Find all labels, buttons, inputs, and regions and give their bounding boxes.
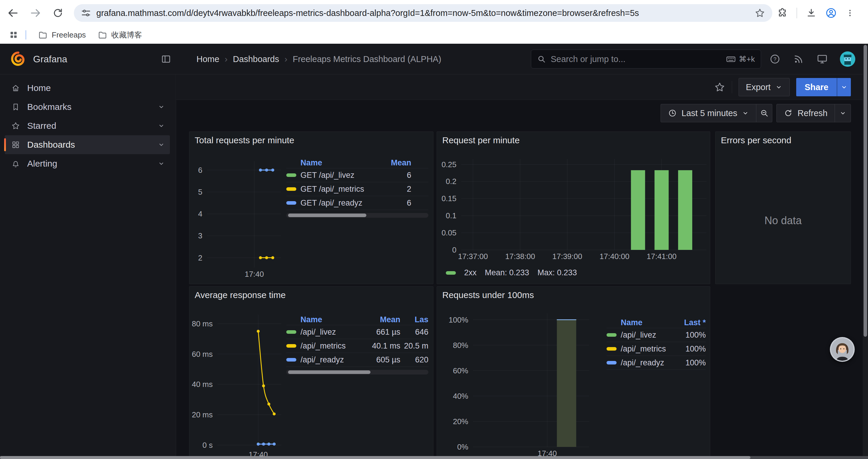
chart-plot-area[interactable]: 100%80%60%40%20%0%17:40 (473, 314, 589, 447)
download-icon[interactable] (806, 8, 816, 18)
refresh-label: Refresh (797, 108, 828, 118)
sidebar-item-bookmarks[interactable]: Bookmarks (5, 97, 170, 117)
series-name[interactable]: GET /api/_metrics (301, 185, 373, 194)
browser-menu-icon[interactable] (845, 8, 855, 18)
panel-title[interactable]: Errors per second (721, 135, 791, 145)
refresh-icon (784, 109, 793, 118)
legend-col-last[interactable]: Las (400, 315, 428, 324)
reload-button[interactable] (52, 6, 64, 20)
site-settings-icon[interactable] (81, 8, 91, 18)
share-button[interactable]: Share (796, 78, 851, 96)
zoom-out-button[interactable] (756, 104, 772, 122)
series-name[interactable]: /api/_livez (301, 328, 365, 337)
panel-title[interactable]: Requests under 100ms (442, 290, 534, 300)
legend-col-last[interactable]: Last * (678, 318, 706, 327)
legend-scrollbar[interactable] (286, 370, 428, 374)
sidebar-item-label: Bookmarks (27, 102, 71, 112)
sidebar-item-alerting[interactable]: Alerting (5, 154, 170, 173)
expand-chevron-icon[interactable] (157, 141, 165, 149)
collapse-sidebar-button[interactable] (159, 53, 173, 66)
legend-col-name[interactable]: Name (621, 318, 678, 327)
legend-col-name[interactable]: Name (301, 158, 373, 167)
favorite-star-icon[interactable] (714, 81, 725, 93)
expand-chevron-icon[interactable] (157, 103, 165, 111)
back-button[interactable] (6, 6, 20, 20)
series-name[interactable]: GET /api/_livez (301, 171, 373, 180)
series-name[interactable]: /api/_readyz (621, 358, 678, 367)
profile-icon[interactable] (826, 7, 837, 19)
bookmark-star-icon[interactable] (754, 8, 765, 18)
panel-title[interactable]: Average response time (195, 290, 286, 300)
forward-button[interactable] (29, 6, 42, 20)
share-label: Share (796, 78, 837, 96)
series-name[interactable]: /api/_metrics (621, 345, 678, 354)
brand[interactable]: Grafana (11, 44, 67, 74)
apps-grid-button[interactable] (7, 28, 20, 41)
vertical-scrollbar[interactable] (863, 44, 868, 456)
legend-scrollbar-thumb[interactable] (288, 370, 370, 374)
sidebar-item-home[interactable]: Home (5, 78, 170, 97)
horizontal-scrollbar[interactable] (0, 456, 868, 459)
series-color-pill[interactable] (607, 333, 617, 337)
share-menu-button[interactable] (837, 78, 851, 96)
series-color-pill[interactable] (607, 347, 617, 351)
legend-scrollbar-thumb[interactable] (288, 214, 366, 217)
panel-average-response-time: Average response time 80 ms60 ms40 ms20 … (189, 286, 433, 459)
vertical-scrollbar-thumb[interactable] (864, 45, 867, 337)
expand-chevron-icon[interactable] (157, 122, 165, 130)
address-bar[interactable]: grafana.mathmast.com/d/deytv4rwavabkb/fr… (74, 4, 772, 22)
series-color-pill[interactable] (286, 344, 296, 348)
horizontal-scrollbar-thumb[interactable] (0, 456, 750, 459)
series-legend-item[interactable]: 2xx (446, 268, 476, 277)
assistant-avatar[interactable] (830, 337, 855, 362)
breadcrumb-dashboards[interactable]: Dashboards (233, 54, 279, 64)
chart-canvas (217, 315, 281, 448)
series-color-pill[interactable] (286, 330, 296, 334)
panel-title[interactable]: Request per minute (442, 135, 520, 145)
legend-col-mean[interactable]: Mean (365, 315, 400, 324)
series-color-pill[interactable] (286, 173, 296, 177)
help-button[interactable]: ? (769, 53, 781, 65)
refresh-interval-button[interactable] (835, 104, 850, 122)
zoom-out-icon (760, 109, 769, 118)
sidebar-item-dashboards[interactable]: Dashboards (5, 135, 170, 154)
bookmark-folder-label: 收藏博客 (112, 30, 142, 40)
export-button[interactable]: Export (739, 78, 790, 96)
assistant-avatar-icon (830, 337, 855, 362)
panel-requests-under-100ms: Requests under 100ms 100%80%60%40%20%0%1… (437, 286, 710, 459)
series-color-pill[interactable] (286, 358, 296, 362)
legend-header: Name Mean Las (286, 315, 428, 325)
time-range-picker[interactable]: Last 5 minutes (660, 104, 773, 122)
search-input[interactable]: Search or jump to... ⌘+k (531, 50, 761, 68)
series-name[interactable]: GET /api/_readyz (301, 198, 373, 208)
chart-plot-area[interactable]: 0.250.20.150.10.05017:37:0017:38:0017:39… (461, 159, 706, 250)
news-button[interactable] (793, 53, 804, 65)
bookmark-folder-label: Freeleaps (52, 30, 86, 40)
search-icon (537, 55, 546, 64)
series-name[interactable]: /api/_livez (621, 330, 678, 340)
legend-col-mean[interactable]: Mean (373, 158, 411, 167)
series-name[interactable]: /api/_metrics (301, 341, 365, 351)
series-color-pill[interactable] (286, 187, 296, 191)
sidebar-item-starred[interactable]: Starred (5, 117, 170, 135)
expand-chevron-icon[interactable] (157, 160, 165, 167)
chart-plot-area[interactable]: 6543217:40 (207, 161, 281, 268)
user-avatar[interactable] (840, 52, 855, 67)
series-color-pill[interactable] (286, 201, 296, 205)
breadcrumb-home[interactable]: Home (196, 54, 219, 64)
series-color-pill[interactable] (607, 361, 617, 364)
panel-title[interactable]: Total requests per minute (195, 135, 294, 145)
bookmark-icon (11, 102, 20, 111)
bookmark-folder-freeleaps[interactable]: Freeleaps (32, 28, 92, 42)
x-axis-tick-label: 17:37:00 (458, 252, 488, 261)
legend-col-name[interactable]: Name (301, 315, 365, 324)
series-name[interactable]: /api/_readyz (301, 355, 365, 364)
kiosk-mode-button[interactable] (816, 53, 828, 65)
url-text[interactable]: grafana.mathmast.com/d/deytv4rwavabkb/fr… (96, 8, 754, 18)
bookmark-folder-blogs[interactable]: 收藏博客 (92, 28, 148, 42)
chart-plot-area[interactable]: 80 ms60 ms40 ms20 ms0 s17:40 (217, 315, 281, 448)
refresh-button[interactable]: Refresh (776, 104, 851, 122)
legend-scrollbar[interactable] (286, 213, 428, 218)
extensions-icon[interactable] (777, 8, 788, 18)
series-last: 620 (400, 355, 428, 364)
